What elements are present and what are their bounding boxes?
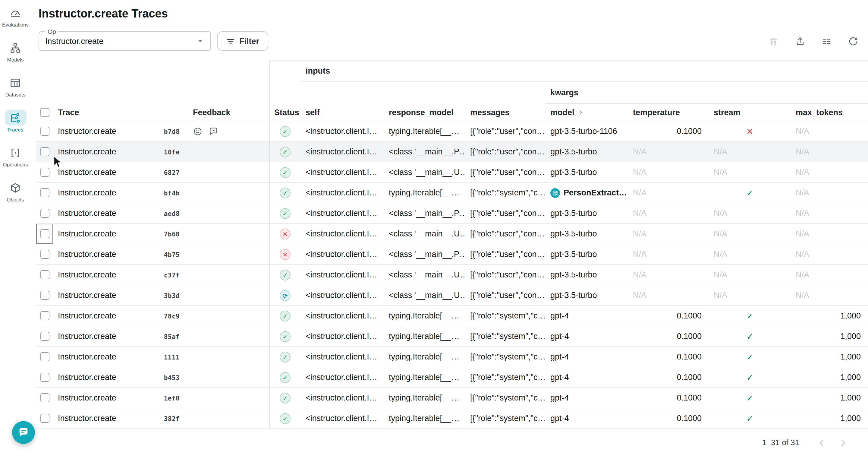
row-checkbox[interactable]	[40, 393, 49, 402]
next-page-button[interactable]	[835, 435, 851, 450]
prev-page-button[interactable]	[814, 435, 830, 450]
table-row[interactable]: Instructor.create 78c9 ✓ <instructor.cli…	[36, 306, 868, 326]
cell-self: <instructor.client.I…	[301, 285, 384, 305]
row-checkbox[interactable]	[40, 209, 49, 218]
row-checkbox[interactable]	[40, 332, 49, 341]
column-header-self[interactable]: self	[301, 104, 384, 121]
row-checkbox[interactable]	[40, 147, 49, 156]
table-row[interactable]: Instructor.create 382f ✓ <instructor.cli…	[36, 408, 868, 429]
sidebar-item-traces[interactable]: Traces	[0, 110, 31, 133]
row-checkbox[interactable]	[40, 188, 49, 197]
trace-name[interactable]: Instructor.create	[58, 209, 116, 218]
table-row[interactable]: Instructor.create 85af ✓ <instructor.cli…	[36, 326, 868, 347]
cell-stream: N/A	[709, 224, 791, 244]
traces-table: inputs kwargs Trace Feedback Status self…	[36, 60, 868, 429]
filter-button[interactable]: Filter	[217, 31, 268, 51]
column-header-status[interactable]: Status	[270, 104, 301, 121]
table-row[interactable]: Instructor.create 4b75 ✕ <instructor.cli…	[36, 244, 868, 265]
datasets-icon	[4, 75, 26, 90]
trace-id: aed8	[164, 209, 180, 217]
column-header-trace[interactable]: Trace	[53, 104, 188, 121]
table-row[interactable]: Instructor.create 1ef0 ✓ <instructor.cli…	[36, 388, 868, 408]
row-checkbox[interactable]	[40, 127, 49, 136]
trace-name[interactable]: Instructor.create	[58, 229, 116, 238]
table-row[interactable]: Instructor.create c37f ✓ <instructor.cli…	[36, 265, 868, 285]
sidebar-item-evaluations[interactable]: Evaluations	[0, 5, 31, 28]
row-checkbox[interactable]	[40, 229, 49, 238]
column-header-temperature[interactable]: temperature	[628, 104, 709, 121]
trace-name[interactable]: Instructor.create	[58, 352, 116, 361]
cell-feedback	[188, 121, 270, 141]
chat-bubble-button[interactable]	[12, 421, 35, 444]
sidebar-item-models[interactable]: Models	[0, 40, 31, 63]
table-body: Instructor.create b7d8 ✓ <instructor.cli…	[36, 121, 868, 429]
trace-name[interactable]: Instructor.create	[58, 188, 116, 197]
status-icon: ✓	[280, 392, 290, 403]
column-header-stream[interactable]: stream	[709, 104, 791, 121]
column-header-max-tokens[interactable]: max_tokens	[791, 104, 868, 121]
cell-max-tokens: 1,000	[791, 388, 868, 408]
cell-stream: ✓	[709, 183, 791, 203]
column-header-messages[interactable]: messages	[465, 104, 546, 121]
row-checkbox[interactable]	[40, 373, 49, 382]
delete-button[interactable]	[764, 32, 782, 50]
table-row[interactable]: Instructor.create bf4b ✓ <instructor.cli…	[36, 183, 868, 203]
models-icon	[4, 40, 26, 56]
row-checkbox[interactable]	[40, 414, 49, 423]
op-select-value: Instructor.create	[45, 36, 104, 46]
cell-temperature: 0.1000	[628, 408, 709, 428]
select-all-checkbox[interactable]	[40, 108, 49, 117]
trace-name[interactable]: Instructor.create	[58, 291, 116, 300]
sidebar-item-datasets[interactable]: Datasets	[0, 75, 31, 98]
column-header-feedback[interactable]: Feedback	[188, 104, 270, 121]
column-header-response-model[interactable]: response_model	[384, 104, 465, 121]
trace-name[interactable]: Instructor.create	[58, 168, 116, 177]
table-row[interactable]: Instructor.create aed8 ✓ <instructor.cli…	[36, 203, 868, 224]
trace-name[interactable]: Instructor.create	[58, 414, 116, 423]
trace-name[interactable]: Instructor.create	[58, 393, 116, 402]
table-row[interactable]: Instructor.create 3b3d ⟳ <instructor.cli…	[36, 285, 868, 306]
table-row[interactable]: Instructor.create b453 ✓ <instructor.cli…	[36, 367, 868, 388]
status-icon: ✓	[280, 310, 290, 321]
trace-name[interactable]: Instructor.create	[58, 332, 116, 341]
cell-stream: N/A	[709, 142, 791, 162]
cell-feedback	[188, 183, 270, 203]
status-icon: ✓	[280, 146, 290, 157]
export-button[interactable]	[791, 32, 809, 50]
column-group-inputs: inputs	[301, 60, 868, 82]
row-checkbox[interactable]	[40, 270, 49, 279]
column-header-model[interactable]: model	[546, 104, 628, 121]
row-checkbox[interactable]	[40, 250, 49, 259]
trace-name[interactable]: Instructor.create	[58, 373, 116, 382]
row-checkbox[interactable]	[40, 168, 49, 177]
trace-name[interactable]: Instructor.create	[58, 127, 116, 136]
row-checkbox[interactable]	[40, 352, 49, 361]
sidebar-item-label: Datasets	[5, 92, 25, 98]
op-select[interactable]: Op Instructor.create	[38, 31, 211, 51]
comment-feedback-icon[interactable]	[209, 126, 218, 136]
refresh-button[interactable]	[844, 32, 862, 50]
sort-icon[interactable]	[578, 109, 584, 115]
table-row[interactable]: Instructor.create 1111 ✓ <instructor.cli…	[36, 347, 868, 367]
trace-name[interactable]: Instructor.create	[58, 270, 116, 279]
row-checkbox[interactable]	[40, 291, 49, 300]
cell-stream: ✕	[709, 121, 791, 141]
cell-messages: [{"role":"user","con…	[465, 285, 546, 305]
cell-model: gpt-3.5-turbo	[546, 265, 628, 285]
row-checkbox[interactable]	[40, 311, 49, 320]
cell-messages: [{"role":"user","con…	[465, 162, 546, 182]
table-row[interactable]: Instructor.create 7b68 ✕ <instructor.cli…	[36, 224, 868, 244]
emoji-feedback-icon[interactable]	[193, 126, 203, 136]
cell-max-tokens: 1,000	[791, 347, 868, 367]
trace-name[interactable]: Instructor.create	[58, 250, 116, 259]
trace-name[interactable]: Instructor.create	[58, 311, 116, 320]
sidebar-item-objects[interactable]: Objects	[0, 180, 31, 203]
table-row[interactable]: Instructor.create 10fa ✓ <instructor.cli…	[36, 142, 868, 162]
sidebar-item-operations[interactable]: Operations	[0, 145, 31, 168]
trace-name[interactable]: Instructor.create	[58, 147, 116, 156]
table-row[interactable]: Instructor.create 6827 ✓ <instructor.cli…	[36, 162, 868, 183]
manage-columns-button[interactable]	[817, 32, 835, 50]
object-ref-icon[interactable]	[550, 188, 560, 198]
cell-temperature: N/A	[628, 162, 709, 182]
table-row[interactable]: Instructor.create b7d8 ✓ <instructor.cli…	[36, 121, 868, 142]
